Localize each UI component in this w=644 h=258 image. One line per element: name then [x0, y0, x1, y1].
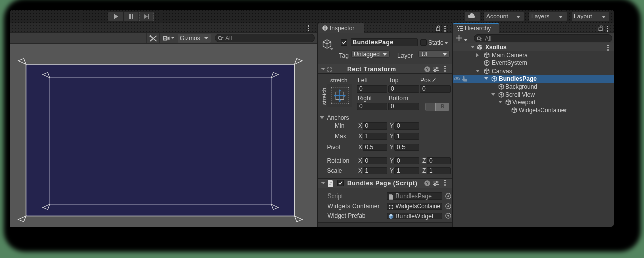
- svg-text:#: #: [329, 181, 332, 186]
- svg-text:?: ?: [426, 181, 429, 186]
- svg-text:?: ?: [426, 67, 429, 72]
